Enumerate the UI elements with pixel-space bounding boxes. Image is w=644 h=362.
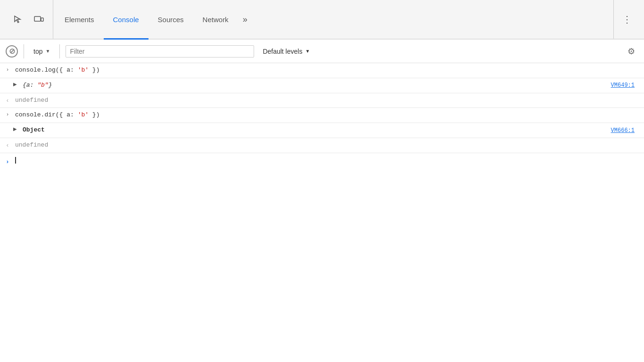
console-return-value: undefined bbox=[15, 96, 644, 106]
console-object-label: Object bbox=[23, 125, 611, 135]
toolbar-icon-group bbox=[4, 0, 53, 39]
source-link-vm666[interactable]: VM666:1 bbox=[611, 127, 644, 134]
object-expand-chevron[interactable]: ▶ bbox=[8, 81, 23, 87]
device-icon bbox=[33, 14, 44, 25]
console-entry-dir-return: ‹ undefined bbox=[0, 138, 644, 153]
console-dir-text: console.dir({ a: 'b' }) bbox=[15, 110, 644, 120]
device-toolbar-button[interactable] bbox=[30, 11, 47, 28]
toolbar-right: ⋮ bbox=[613, 0, 640, 39]
log-levels-selector[interactable]: Default levels ▼ bbox=[258, 46, 314, 57]
context-selector[interactable]: top ▼ bbox=[30, 46, 54, 57]
tab-network[interactable]: Network bbox=[193, 1, 238, 40]
console-input-area[interactable] bbox=[15, 156, 644, 166]
svg-rect-1 bbox=[41, 18, 43, 21]
text-cursor bbox=[15, 157, 16, 164]
devtools-toolbar: Elements Console Sources Network » ⋮ bbox=[0, 0, 644, 40]
input-chevron: › bbox=[0, 157, 15, 165]
default-levels-label: Default levels bbox=[263, 48, 302, 55]
filter-input-wrapper bbox=[66, 45, 254, 58]
expand-chevron[interactable]: › bbox=[0, 66, 15, 72]
expand-chevron-2[interactable]: › bbox=[0, 110, 15, 117]
return-chevron-2: ‹ bbox=[0, 140, 15, 148]
svg-rect-0 bbox=[34, 16, 41, 21]
object-expand-chevron-2[interactable]: ▶ bbox=[8, 125, 23, 132]
context-arrow-icon: ▼ bbox=[45, 49, 50, 54]
return-chevron: ‹ bbox=[0, 96, 15, 104]
inspect-element-button[interactable] bbox=[9, 11, 26, 28]
console-entry-log-result: ▶ {a: "b"} VM649:1 bbox=[0, 78, 644, 93]
console-log-text: console.log({ a: 'b' }) bbox=[15, 66, 644, 75]
devtools-panel: Elements Console Sources Network » ⋮ ⊘ bbox=[0, 0, 644, 362]
console-settings-button[interactable]: ⚙ bbox=[624, 44, 638, 58]
tab-sources[interactable]: Sources bbox=[149, 1, 193, 40]
console-input-row: › bbox=[0, 153, 644, 169]
tab-console[interactable]: Console bbox=[104, 1, 149, 40]
toolbar-divider-2 bbox=[59, 44, 60, 58]
filter-input[interactable] bbox=[70, 48, 250, 55]
source-link-vm649[interactable]: VM649:1 bbox=[611, 82, 644, 89]
gear-icon: ⚙ bbox=[627, 46, 635, 57]
console-entry-dir-result: ▶ Object VM666:1 bbox=[0, 123, 644, 138]
tab-elements[interactable]: Elements bbox=[55, 1, 104, 40]
console-return-value-2: undefined bbox=[15, 140, 644, 150]
devtools-menu-button[interactable]: ⋮ bbox=[619, 12, 635, 27]
default-levels-arrow-icon: ▼ bbox=[305, 49, 310, 54]
context-label: top bbox=[33, 48, 42, 55]
console-object-preview: {a: "b"} bbox=[23, 81, 611, 90]
toolbar-divider bbox=[24, 44, 24, 58]
more-tabs-button[interactable]: » bbox=[238, 0, 252, 39]
clear-console-button[interactable]: ⊘ bbox=[6, 45, 18, 58]
console-entry-log-return: ‹ undefined bbox=[0, 93, 644, 108]
console-toolbar: ⊘ top ▼ Default levels ▼ ⚙ bbox=[0, 40, 644, 63]
console-entry-log-input: › console.log({ a: 'b' }) bbox=[0, 63, 644, 78]
cursor-icon bbox=[13, 14, 23, 25]
console-entry-dir-input: › console.dir({ a: 'b' }) bbox=[0, 108, 644, 123]
tab-list: Elements Console Sources Network » bbox=[53, 0, 613, 39]
console-output: › console.log({ a: 'b' }) ▶ {a: "b"} VM6… bbox=[0, 63, 644, 362]
